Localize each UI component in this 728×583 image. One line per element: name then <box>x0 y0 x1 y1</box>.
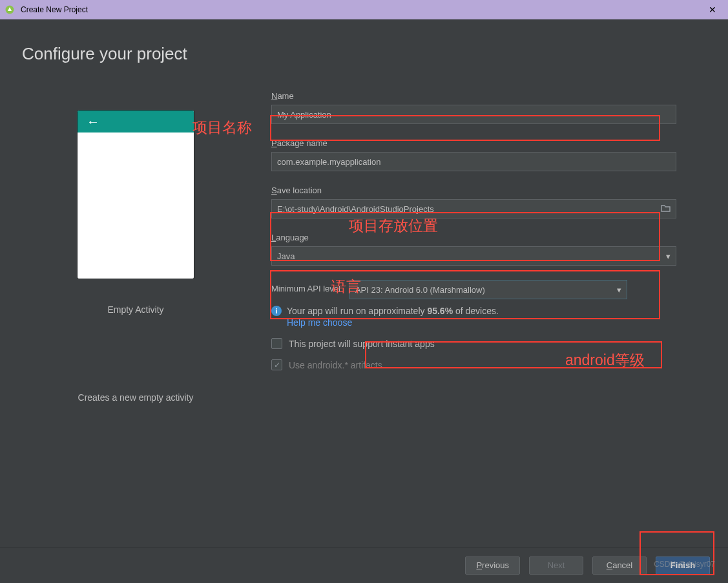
package-input-value[interactable] <box>277 157 671 167</box>
preview-toolbar: ← <box>78 111 194 132</box>
instant-apps-checkbox[interactable] <box>271 338 282 349</box>
chevron-down-icon: ▾ <box>666 251 671 261</box>
next-button: Next <box>529 556 583 575</box>
save-location-input[interactable] <box>271 199 676 218</box>
form-panel: Name Package name Save location <box>271 85 728 547</box>
android-studio-icon <box>4 4 16 16</box>
save-location-label: Save location <box>271 186 676 195</box>
wizard-footer: Previous Next Cancel Finish <box>0 547 728 583</box>
previous-button[interactable]: Previous <box>465 556 520 575</box>
language-value: Java <box>277 251 661 261</box>
api-level-select[interactable]: API 23: Android 6.0 (Marshmallow) ▾ <box>349 280 627 299</box>
chevron-down-icon: ▾ <box>617 285 621 295</box>
preview-description: Creates a new empty activity <box>78 392 194 403</box>
watermark: CSDN @daisyr07 <box>654 560 715 569</box>
name-input[interactable] <box>271 105 676 124</box>
close-icon[interactable]: ✕ <box>701 0 724 19</box>
browse-folder-icon[interactable] <box>656 203 671 215</box>
window-title: Create New Project <box>21 5 88 14</box>
package-input[interactable] <box>271 152 676 171</box>
titlebar: Create New Project ✕ <box>0 0 728 19</box>
api-level-label: Minimum API level <box>271 280 340 293</box>
page-title: Configure your project <box>22 44 728 64</box>
language-select[interactable]: Java ▾ <box>271 246 676 266</box>
language-label: Language <box>271 233 676 242</box>
api-info-text: Your app will run on approximately 95.6%… <box>287 306 499 316</box>
cancel-button[interactable]: Cancel <box>592 556 647 575</box>
help-me-choose-link[interactable]: Help me choose <box>287 317 352 328</box>
name-label: Name <box>271 91 676 101</box>
preview-back-icon: ← <box>87 115 99 128</box>
info-icon: i <box>271 306 282 316</box>
package-label: Package name <box>271 138 676 148</box>
instant-apps-label: This project will support instant apps <box>289 339 435 349</box>
api-level-value: API 23: Android 6.0 (Marshmallow) <box>355 285 612 295</box>
androidx-label: Use androidx.* artifacts <box>289 360 382 370</box>
name-input-value[interactable] <box>277 110 671 120</box>
preview-name: Empty Activity <box>107 304 163 315</box>
preview-panel: ← Empty Activity Creates a new empty act… <box>0 85 271 547</box>
androidx-checkbox: ✓ <box>271 359 282 370</box>
api-info-line: i Your app will run on approximately 95.… <box>271 306 676 316</box>
save-location-value[interactable] <box>277 204 656 214</box>
activity-preview: ← <box>78 111 194 279</box>
